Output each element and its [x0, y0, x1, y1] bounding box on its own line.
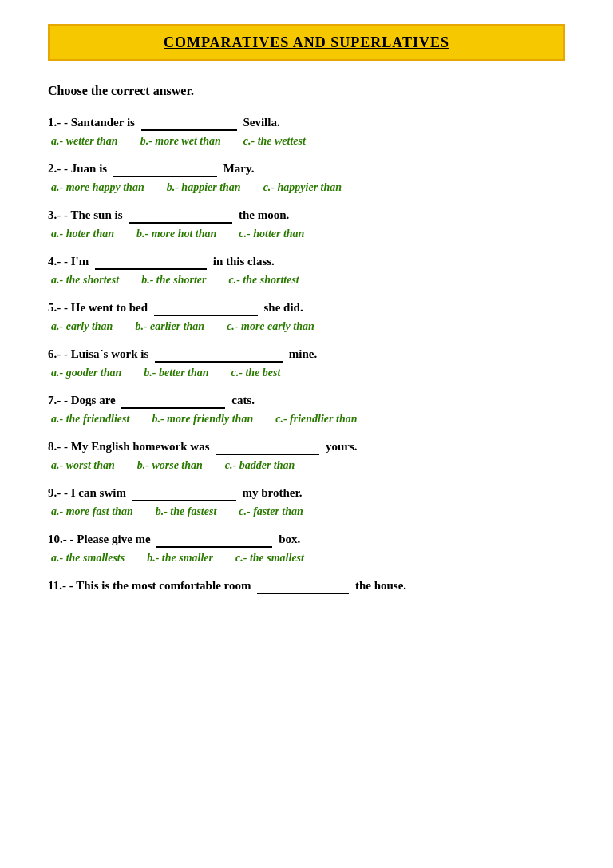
question-line: 6.- - Luisa´s work is mine.: [48, 347, 565, 363]
option-item: b.- the fastest: [156, 505, 217, 518]
question-number: 7.- - Dogs are: [48, 394, 118, 406]
question-block: 6.- - Luisa´s work is mine.a.- gooder th…: [48, 347, 565, 379]
blank: [216, 440, 319, 455]
option-item: b.- more wet than: [140, 135, 221, 148]
after-blank-text: she did.: [261, 301, 303, 314]
after-blank-text: cats.: [228, 394, 255, 406]
question-number: 5.- - He went to bed: [48, 301, 151, 314]
question-line: 8.- - My English homework was yours.: [48, 440, 565, 455]
options-line: a.- early thanb.- earlier thanc.- more e…: [51, 320, 565, 333]
question-line: 7.- - Dogs are cats.: [48, 394, 565, 409]
option-item: c.- the smallest: [235, 552, 304, 565]
question-block: 3.- - The sun is the moon.a.- hoter than…: [48, 208, 565, 240]
question-block: 7.- - Dogs are cats.a.- the friendliestb…: [48, 394, 565, 426]
question-line: 10.- - Please give me box.: [48, 533, 565, 548]
after-blank-text: mine.: [286, 347, 317, 360]
question-number: 1.- - Santander is: [48, 116, 138, 129]
option-item: a.- early than: [51, 320, 113, 333]
blank: [95, 255, 207, 270]
option-item: c.- the best: [231, 367, 281, 379]
option-item: b.- more hot than: [136, 228, 216, 240]
options-line: a.- gooder thanb.- better thanc.- the be…: [51, 367, 565, 379]
instruction: Choose the correct answer.: [48, 84, 565, 98]
option-item: a.- more happy than: [51, 181, 144, 194]
question-line: 4.- - I'm in this class.: [48, 255, 565, 270]
question-number: 11.- - This is the most comfortable room: [48, 579, 254, 592]
question-block: 9.- - I can swim my brother.a.- more fas…: [48, 486, 565, 518]
option-item: b.- worse than: [137, 459, 203, 472]
options-line: a.- the friendliestb.- more friendly tha…: [51, 413, 565, 426]
blank: [113, 162, 217, 177]
option-item: b.- the smaller: [147, 552, 213, 565]
option-item: c.- happyier than: [263, 181, 342, 194]
question-block: 4.- - I'm in this class.a.- the shortest…: [48, 255, 565, 287]
question-block: 8.- - My English homework was yours.a.- …: [48, 440, 565, 472]
options-line: a.- the smallestsb.- the smallerc.- the …: [51, 552, 565, 565]
option-item: b.- more friendly than: [152, 413, 253, 426]
option-item: b.- better than: [144, 367, 208, 379]
question-number: 3.- - The sun is: [48, 208, 125, 221]
after-blank-text: my brother.: [239, 486, 303, 499]
question-line: 3.- - The sun is the moon.: [48, 208, 565, 224]
after-blank-text: the house.: [352, 579, 406, 592]
after-blank-text: yours.: [322, 440, 357, 453]
blank: [121, 394, 225, 409]
option-item: a.- worst than: [51, 459, 115, 472]
question-number: 4.- - I'm: [48, 255, 92, 268]
option-item: a.- more fast than: [51, 505, 133, 518]
option-item: c.- more early than: [227, 320, 314, 333]
question-number: 2.- - Juan is: [48, 162, 110, 175]
options-line: a.- worst thanb.- worse thanc.- badder t…: [51, 459, 565, 472]
options-line: a.- wetter thanb.- more wet thanc.- the …: [51, 135, 565, 148]
options-line: a.- the shortestb.- the shorterc.- the s…: [51, 274, 565, 287]
option-item: a.- the smallests: [51, 552, 125, 565]
option-item: a.- the shortest: [51, 274, 119, 287]
option-item: a.- wetter than: [51, 135, 118, 148]
question-block: 1.- - Santander is Sevilla.a.- wetter th…: [48, 116, 565, 148]
option-item: c.- the shorttest: [228, 274, 299, 287]
question-line: 1.- - Santander is Sevilla.: [48, 116, 565, 131]
question-line: 2.- - Juan is Mary.: [48, 162, 565, 177]
blank: [141, 116, 237, 131]
after-blank-text: Mary.: [220, 162, 255, 175]
blank: [129, 208, 232, 224]
question-block: 10.- - Please give me box.a.- the smalle…: [48, 533, 565, 565]
question-block: 11.- - This is the most comfortable room…: [48, 579, 565, 594]
option-item: c.- the wettest: [243, 135, 306, 148]
after-blank-text: in this class.: [210, 255, 275, 268]
question-number: 10.- - Please give me: [48, 533, 153, 545]
page-title: COMPARATIVES AND SUPERLATIVES: [164, 34, 449, 50]
option-item: a.- the friendliest: [51, 413, 129, 426]
question-number: 6.- - Luisa´s work is: [48, 347, 152, 360]
option-item: a.- gooder than: [51, 367, 121, 379]
after-blank-text: Sevilla.: [240, 116, 280, 129]
blank: [154, 301, 258, 316]
question-block: 5.- - He went to bed she did.a.- early t…: [48, 301, 565, 333]
option-item: a.- hoter than: [51, 228, 114, 240]
option-item: c.- badder than: [225, 459, 295, 472]
question-line: 11.- - This is the most comfortable room…: [48, 579, 565, 594]
question-number: 8.- - My English homework was: [48, 440, 212, 453]
after-blank-text: box.: [275, 533, 300, 545]
questions-container: 1.- - Santander is Sevilla.a.- wetter th…: [48, 116, 565, 594]
options-line: a.- more fast thanb.- the fastestc.- fas…: [51, 505, 565, 518]
option-item: b.- earlier than: [135, 320, 204, 333]
blank: [257, 579, 349, 594]
question-block: 2.- - Juan is Mary.a.- more happy thanb.…: [48, 162, 565, 194]
option-item: b.- the shorter: [141, 274, 206, 287]
option-item: b.- happier than: [167, 181, 241, 194]
question-line: 9.- - I can swim my brother.: [48, 486, 565, 501]
blank: [155, 347, 283, 363]
question-line: 5.- - He went to bed she did.: [48, 301, 565, 316]
option-item: c.- friendlier than: [275, 413, 357, 426]
question-number: 9.- - I can swim: [48, 486, 129, 499]
title-container: COMPARATIVES AND SUPERLATIVES: [48, 24, 565, 61]
option-item: c.- hotter than: [239, 228, 304, 240]
after-blank-text: the moon.: [235, 208, 289, 221]
options-line: a.- more happy thanb.- happier thanc.- h…: [51, 181, 565, 194]
blank: [132, 486, 236, 501]
blank: [156, 533, 272, 548]
options-line: a.- hoter thanb.- more hot thanc.- hotte…: [51, 228, 565, 240]
option-item: c.- faster than: [239, 505, 303, 518]
